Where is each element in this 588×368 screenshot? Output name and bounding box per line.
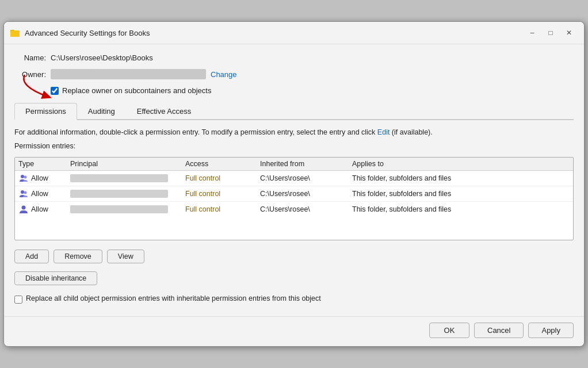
- permissions-table: Type Principal Access Inherited from App…: [14, 157, 574, 240]
- table-body: Allow Full control C:\Users\rosee\ This …: [15, 171, 573, 240]
- table-row[interactable]: Allow Full control C:\Users\rosee\ This …: [15, 202, 573, 217]
- replace-all-label[interactable]: Replace all child object permission entr…: [26, 294, 321, 302]
- window-icon: [10, 28, 20, 38]
- row3-applies: This folder, subfolders and files: [349, 203, 573, 216]
- tab-permissions[interactable]: Permissions: [14, 103, 77, 120]
- view-button[interactable]: View: [107, 250, 144, 263]
- close-button[interactable]: ✕: [561, 26, 577, 39]
- info-text: For additional information, double-click…: [14, 128, 574, 136]
- svg-point-6: [21, 190, 24, 194]
- cancel-button[interactable]: Cancel: [474, 323, 524, 338]
- row1-principal: [67, 172, 182, 185]
- owner-label: Owner:: [14, 70, 46, 79]
- row1-type: Allow: [15, 171, 67, 186]
- row3-type: Allow: [15, 202, 67, 217]
- replace-owner-label[interactable]: Replace owner on subcontainers and objec…: [62, 86, 211, 95]
- replace-owner-checkbox[interactable]: [51, 87, 59, 95]
- change-link[interactable]: Change: [211, 70, 237, 79]
- dialog-content: Name: C:\Users\rosee\Desktop\Books Owner…: [4, 44, 584, 313]
- titlebar: Advanced Security Settings for Books – □…: [4, 22, 584, 44]
- tab-effective-access[interactable]: Effective Access: [126, 103, 202, 119]
- header-type: Type: [15, 158, 67, 170]
- action-buttons: Add Remove View: [14, 250, 574, 263]
- table-header: Type Principal Access Inherited from App…: [15, 158, 573, 171]
- row3-access: Full control: [182, 203, 257, 216]
- svg-point-4: [21, 175, 24, 178]
- add-button[interactable]: Add: [14, 250, 49, 263]
- svg-rect-2: [10, 30, 20, 37]
- svg-point-8: [22, 206, 26, 210]
- row1-inherited: C:\Users\rosee\: [257, 172, 349, 185]
- row2-inherited: C:\Users\rosee\: [257, 187, 349, 200]
- name-row: Name: C:\Users\rosee\Desktop\Books: [14, 53, 574, 62]
- window-controls: – □ ✕: [524, 26, 577, 39]
- minimize-button[interactable]: –: [524, 26, 540, 39]
- svg-point-7: [24, 191, 27, 194]
- row2-access: Full control: [182, 187, 257, 200]
- row3-inherited: C:\Users\rosee\: [257, 203, 349, 216]
- header-inherited: Inherited from: [257, 158, 349, 170]
- table-row[interactable]: Allow Full control C:\Users\rosee\ This …: [15, 186, 573, 202]
- header-principal: Principal: [67, 158, 182, 170]
- ok-button[interactable]: OK: [429, 323, 469, 338]
- dialog-footer: OK Cancel Apply: [4, 316, 584, 346]
- disable-inheritance-button[interactable]: Disable inheritance: [14, 271, 97, 285]
- row1-access: Full control: [182, 172, 257, 185]
- permission-entries-label: Permission entries:: [14, 142, 574, 150]
- replace-owner-row: Replace owner on subcontainers and objec…: [51, 86, 574, 95]
- maximize-button[interactable]: □: [543, 26, 559, 39]
- table-row[interactable]: Allow Full control C:\Users\rosee\ This …: [15, 171, 573, 186]
- header-applies: Applies to: [349, 158, 573, 170]
- row2-applies: This folder, subfolders and files: [349, 187, 573, 200]
- row2-type: Allow: [15, 186, 67, 201]
- row2-principal: [67, 187, 182, 200]
- disable-inheritance-container: Disable inheritance: [14, 271, 574, 285]
- advanced-security-settings-window: Advanced Security Settings for Books – □…: [3, 21, 585, 347]
- user-group-icon: [18, 173, 29, 183]
- user-group-icon: [18, 189, 29, 199]
- user-icon: [18, 204, 29, 214]
- row3-principal: [67, 203, 182, 216]
- tab-bar: Permissions Auditing Effective Access: [14, 103, 574, 120]
- owner-row: Owner: Change: [14, 69, 574, 79]
- header-access: Access: [182, 158, 257, 170]
- remove-button[interactable]: Remove: [54, 250, 102, 263]
- name-value: C:\Users\rosee\Desktop\Books: [51, 53, 153, 62]
- replace-all-checkbox[interactable]: [14, 296, 22, 304]
- apply-button[interactable]: Apply: [528, 323, 574, 338]
- tab-auditing[interactable]: Auditing: [77, 103, 126, 119]
- name-label: Name:: [14, 53, 46, 62]
- owner-value-blurred: [51, 69, 206, 79]
- svg-point-5: [24, 176, 27, 179]
- window-title: Advanced Security Settings for Books: [25, 29, 520, 37]
- edit-word: Edit: [377, 128, 390, 136]
- row1-applies: This folder, subfolders and files: [349, 172, 573, 185]
- replace-all-row: Replace all child object permission entr…: [14, 294, 574, 304]
